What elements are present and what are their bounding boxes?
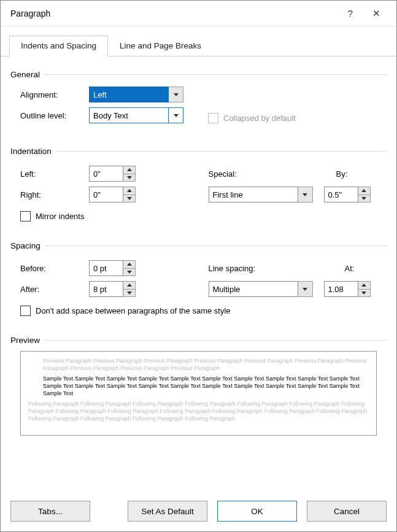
checkbox-icon xyxy=(20,211,31,222)
dont-add-space-label: Don't add space between paragraphs of th… xyxy=(36,306,231,315)
titlebar: Paragraph ? ✕ xyxy=(1,1,396,26)
help-icon: ? xyxy=(348,8,353,18)
spin-up-button[interactable] xyxy=(123,261,135,268)
preview-sample: Sample Text Sample Text Sample Text Samp… xyxy=(28,376,369,397)
chevron-down-icon xyxy=(174,114,179,117)
at-input[interactable] xyxy=(324,281,358,297)
paragraph-dialog: Paragraph ? ✕ Indents and Spacing Line a… xyxy=(0,0,397,532)
special-label: Special: xyxy=(209,169,319,179)
after-label: After: xyxy=(20,285,89,294)
spin-down-button[interactable] xyxy=(123,289,135,297)
spin-up-button[interactable] xyxy=(358,282,370,289)
button-bar: Tabs... Set As Default OK Cancel xyxy=(1,493,396,531)
after-spinner[interactable] xyxy=(89,281,136,297)
tab-indents-spacing[interactable]: Indents and Spacing xyxy=(9,36,108,56)
alignment-value: Left xyxy=(89,87,169,102)
group-indentation: Indentation Left: Right: xyxy=(10,147,387,222)
alignment-label: Alignment: xyxy=(20,90,89,99)
group-general: General Alignment: Left Outline level: B… xyxy=(10,70,387,125)
dialog-title: Paragraph xyxy=(10,9,50,18)
indent-left-label: Left: xyxy=(20,169,89,179)
at-spinner[interactable] xyxy=(324,281,371,297)
by-label: By: xyxy=(336,169,348,179)
group-title-indentation: Indentation xyxy=(10,147,52,156)
group-spacing: Spacing Before: After: xyxy=(10,241,387,316)
at-label: At: xyxy=(345,264,355,273)
outline-dropdown-button[interactable] xyxy=(169,107,183,123)
preview-following: Following Paragraph Following Paragraph … xyxy=(28,401,369,422)
before-spinner[interactable] xyxy=(89,260,136,276)
triangle-up-icon xyxy=(127,263,132,266)
indent-right-label: Right: xyxy=(20,190,89,199)
line-spacing-dropdown-button[interactable] xyxy=(298,281,313,297)
collapsed-label: Collapsed by default xyxy=(223,114,296,123)
triangle-up-icon xyxy=(361,189,366,192)
checkbox-icon xyxy=(20,306,31,316)
preview-previous: Previous Paragraph Previous Paragraph Pr… xyxy=(28,358,369,372)
line-spacing-dropdown[interactable]: Multiple xyxy=(209,281,313,297)
mirror-indents-checkbox[interactable]: Mirror indents xyxy=(20,211,387,222)
spin-down-button[interactable] xyxy=(123,195,135,202)
cancel-button[interactable]: Cancel xyxy=(307,501,387,522)
outline-dropdown[interactable]: Body Text xyxy=(89,107,183,123)
by-input[interactable] xyxy=(324,187,358,202)
triangle-down-icon xyxy=(127,271,132,274)
ok-button[interactable]: OK xyxy=(217,501,297,522)
triangle-up-icon xyxy=(127,168,132,171)
line-spacing-label: Line spacing: xyxy=(209,264,319,273)
group-title-spacing: Spacing xyxy=(10,241,40,250)
set-as-default-button[interactable]: Set As Default xyxy=(128,501,207,522)
special-value: First line xyxy=(209,187,298,202)
spin-up-button[interactable] xyxy=(123,166,135,174)
indent-right-input[interactable] xyxy=(89,187,123,202)
triangle-down-icon xyxy=(127,197,132,200)
tabstrip: Indents and Spacing Line and Page Breaks xyxy=(1,26,396,56)
alignment-dropdown-button[interactable] xyxy=(169,87,183,102)
indent-right-spinner[interactable] xyxy=(89,187,136,202)
after-input[interactable] xyxy=(89,281,123,297)
outline-label: Outline level: xyxy=(20,111,89,120)
triangle-up-icon xyxy=(127,283,132,287)
preview-box: Previous Paragraph Previous Paragraph Pr… xyxy=(20,351,377,436)
collapsed-checkbox: Collapsed by default xyxy=(208,113,296,123)
spin-down-button[interactable] xyxy=(123,268,135,276)
line-spacing-value: Multiple xyxy=(209,281,298,297)
special-dropdown-button[interactable] xyxy=(298,187,313,202)
group-title-preview: Preview xyxy=(10,336,40,345)
spin-up-button[interactable] xyxy=(358,187,370,195)
dont-add-space-checkbox[interactable]: Don't add space between paragraphs of th… xyxy=(20,306,387,316)
special-dropdown[interactable]: First line xyxy=(209,187,313,202)
triangle-down-icon xyxy=(361,197,366,200)
content-area: General Alignment: Left Outline level: B… xyxy=(1,56,396,493)
triangle-down-icon xyxy=(361,291,366,295)
by-spinner[interactable] xyxy=(324,187,371,202)
triangle-down-icon xyxy=(127,176,132,179)
spin-down-button[interactable] xyxy=(358,289,370,297)
indent-left-input[interactable] xyxy=(89,166,123,182)
before-input[interactable] xyxy=(89,260,123,276)
alignment-dropdown[interactable]: Left xyxy=(89,87,183,102)
mirror-indents-label: Mirror indents xyxy=(36,212,84,221)
indent-left-spinner[interactable] xyxy=(89,166,136,182)
spin-down-button[interactable] xyxy=(358,195,370,202)
triangle-up-icon xyxy=(127,189,132,192)
outline-value: Body Text xyxy=(89,107,169,123)
group-preview: Preview Previous Paragraph Previous Para… xyxy=(10,336,387,436)
triangle-up-icon xyxy=(361,283,366,287)
tab-line-page-breaks[interactable]: Line and Page Breaks xyxy=(108,36,213,56)
tabs-button[interactable]: Tabs... xyxy=(10,501,90,522)
spin-up-button[interactable] xyxy=(123,282,135,289)
close-button[interactable]: ✕ xyxy=(363,1,389,26)
chevron-down-icon xyxy=(303,288,307,291)
triangle-down-icon xyxy=(127,291,132,295)
close-icon: ✕ xyxy=(372,8,380,19)
group-title-general: General xyxy=(10,70,40,79)
chevron-down-icon xyxy=(174,93,179,96)
before-label: Before: xyxy=(20,264,89,273)
help-button[interactable]: ? xyxy=(337,1,363,26)
chevron-down-icon xyxy=(303,193,307,196)
checkbox-icon xyxy=(208,113,218,123)
spin-down-button[interactable] xyxy=(123,174,135,182)
spin-up-button[interactable] xyxy=(123,187,135,195)
